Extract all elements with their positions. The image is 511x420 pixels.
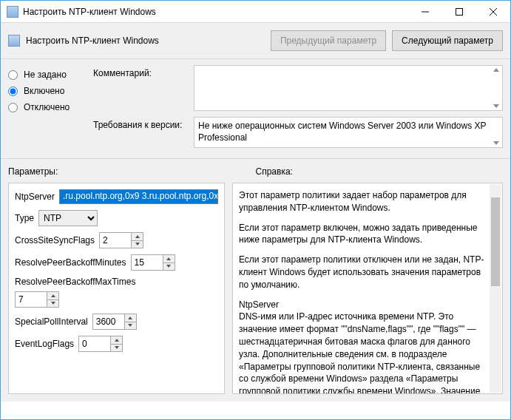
close-button[interactable]: [476, 1, 510, 23]
rpbmt-spinner[interactable]: [15, 291, 59, 308]
radio-not-set-input[interactable]: [8, 70, 18, 80]
spinner-up[interactable]: [163, 255, 175, 262]
radio-disabled[interactable]: Отключено: [8, 102, 93, 112]
spi-label: SpecialPollInterval: [15, 316, 88, 327]
rpbm-input[interactable]: [132, 255, 163, 270]
svg-rect-0: [456, 8, 463, 15]
rpbmt-label: ResolvePeerBackoffMaxTimes: [15, 277, 218, 287]
csf-input[interactable]: [100, 233, 131, 248]
requirements-box: Не ниже операционных систем Windows Serv…: [194, 117, 503, 148]
next-setting-button[interactable]: Следующий параметр: [392, 30, 503, 51]
spi-spinner[interactable]: [92, 314, 137, 330]
upper-form: Не задано Включено Отключено Комментарий…: [1, 59, 510, 159]
scroll-down-icon[interactable]: [493, 104, 499, 108]
spinner-up[interactable]: [111, 336, 122, 344]
spinner-up[interactable]: [132, 233, 143, 240]
spi-input[interactable]: [93, 314, 124, 329]
scroll-up-icon[interactable]: [493, 68, 499, 72]
ntpserver-label: NtpServer: [15, 192, 55, 202]
help-p4-heading: NtpServer: [239, 299, 487, 311]
spinner-down[interactable]: [47, 299, 58, 308]
help-p1: Этот параметр политики задает набор пара…: [239, 189, 487, 214]
radio-enabled[interactable]: Включено: [8, 86, 93, 96]
maximize-button[interactable]: [442, 1, 476, 23]
close-icon: [490, 8, 497, 16]
param-spi: SpecialPollInterval: [15, 314, 218, 330]
param-elf: EventLogFlags: [15, 336, 218, 352]
param-ntpserver: NtpServer .ru.pool.ntp.org,0x9 3.ru.pool…: [15, 189, 218, 204]
titlebar: Настроить NTP-клиент Windows: [1, 1, 510, 23]
header-subtitle: Настроить NTP-клиент Windows: [26, 35, 159, 46]
header-strip: Настроить NTP-клиент Windows Предыдущий …: [1, 23, 510, 59]
param-rpbm: ResolvePeerBackoffMinutes: [15, 254, 218, 271]
elf-spinner[interactable]: [78, 336, 123, 352]
spinner-down[interactable]: [111, 344, 122, 352]
param-rpbmt: [15, 291, 218, 308]
spinner-up[interactable]: [47, 292, 58, 299]
state-radio-group: Не задано Включено Отключено: [8, 65, 93, 148]
minimize-icon: [422, 8, 429, 16]
spinner-down[interactable]: [132, 240, 143, 248]
requirements-label: Требования к версии:: [93, 117, 189, 130]
spinner-up[interactable]: [125, 314, 136, 322]
radio-enabled-input[interactable]: [8, 87, 18, 96]
params-section-label: Параметры:: [8, 166, 256, 177]
spinner-down[interactable]: [163, 262, 175, 271]
comment-textarea[interactable]: [194, 65, 503, 111]
type-label: Type: [15, 213, 34, 223]
param-type: Type NTP: [15, 210, 218, 226]
maximize-icon: [456, 8, 463, 16]
elf-label: EventLogFlags: [15, 339, 74, 349]
comment-label: Комментарий:: [93, 65, 189, 78]
header-icon: [8, 35, 20, 47]
elf-input[interactable]: [79, 336, 110, 351]
minimize-button[interactable]: [408, 1, 442, 23]
help-section-label: Справка:: [256, 166, 504, 177]
csf-spinner[interactable]: [99, 232, 143, 248]
help-p2: Если этот параметр включен, можно задать…: [239, 222, 487, 247]
param-csf: CrossSiteSyncFlags: [15, 232, 218, 248]
rpbm-spinner[interactable]: [131, 254, 175, 271]
rpbm-label: ResolvePeerBackoffMinutes: [15, 257, 126, 268]
spinner-down[interactable]: [125, 322, 136, 330]
radio-enabled-label: Включено: [24, 86, 64, 96]
window-title: Настроить NTP-клиент Windows: [23, 7, 156, 17]
radio-not-set-label: Не задано: [24, 70, 67, 80]
help-p4: DNS-имя или IP-адрес источника времени N…: [239, 311, 487, 394]
help-panel: Этот параметр политики задает набор пара…: [232, 183, 503, 394]
csf-label: CrossSiteSyncFlags: [15, 235, 95, 245]
lower-split: NtpServer .ru.pool.ntp.org,0x9 3.ru.pool…: [1, 183, 510, 402]
params-panel: NtpServer .ru.pool.ntp.org,0x9 3.ru.pool…: [8, 183, 225, 394]
section-labels: Параметры: Справка:: [1, 159, 510, 183]
radio-disabled-label: Отключено: [24, 102, 70, 112]
radio-disabled-input[interactable]: [8, 103, 18, 112]
type-select[interactable]: NTP: [38, 210, 98, 226]
app-icon: [7, 6, 18, 18]
radio-not-set[interactable]: Не задано: [8, 70, 93, 80]
help-scrollbar[interactable]: [490, 184, 501, 393]
scroll-down-icon[interactable]: [493, 141, 499, 145]
rpbmt-input[interactable]: [16, 292, 47, 307]
prev-setting-button[interactable]: Предыдущий параметр: [271, 30, 386, 51]
ntpserver-input[interactable]: .ru.pool.ntp.org,0x9 3.ru.pool.ntp.org,0…: [59, 189, 218, 204]
help-p3: Если этот параметр политики отключен или…: [239, 254, 487, 291]
requirements-text: Не ниже операционных систем Windows Serv…: [198, 121, 486, 143]
